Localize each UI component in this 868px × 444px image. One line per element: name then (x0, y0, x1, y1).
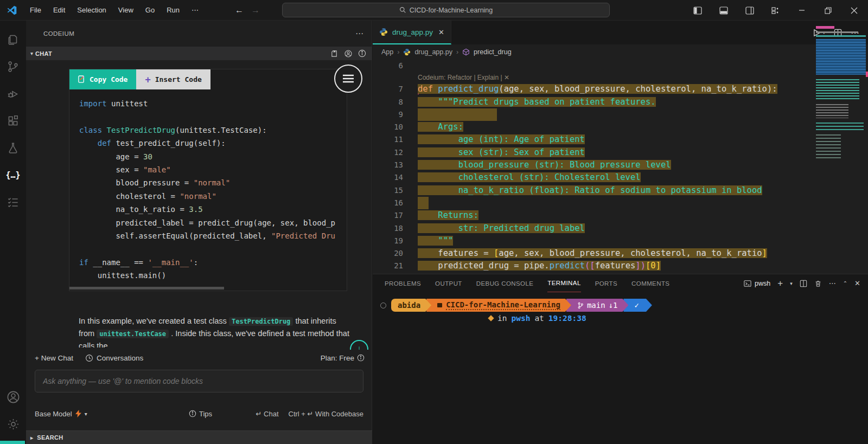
chat-code-lines[interactable]: import unittest class TestPredictDrug(un… (69, 89, 347, 286)
python-file-icon (403, 48, 411, 56)
code-line[interactable]: 10 Args: (373, 121, 868, 133)
line-number: 11 (373, 133, 403, 146)
terminal-content[interactable]: abida CICD-for-Machine-Learning main ↓1 … (373, 292, 868, 323)
breadcrumb-symbol[interactable]: predict_drug (474, 48, 512, 56)
code-line[interactable]: 13 blood_pressure (str): Blood pressure … (373, 159, 868, 171)
terminal-instance-pwsh[interactable]: pwsh (744, 280, 770, 287)
panel-tab-comments[interactable]: COMMENTS (631, 274, 669, 292)
code-line[interactable]: 20 features = [age, sex, blood_pressure,… (373, 247, 868, 260)
nav-back-icon[interactable]: ← (235, 5, 244, 15)
explorer-icon[interactable] (0, 26, 26, 53)
toggle-secondary-sidebar-icon[interactable] (739, 2, 761, 18)
line-number: 16 (373, 197, 403, 209)
code-block-hscrollbar[interactable] (69, 286, 347, 291)
search-icon (399, 7, 406, 14)
chat-code-line: na_to_k_ratio = 3.5 (79, 203, 347, 216)
chat-code-line: import unittest (79, 97, 347, 110)
sidebar-more-icon[interactable]: ⋯ (355, 29, 364, 38)
todo-checklist-icon[interactable] (0, 189, 26, 216)
terminal-dropdown-icon[interactable]: ▾ (790, 281, 793, 286)
code-line[interactable]: 18 str: Predicted drug label (373, 222, 868, 235)
line-number: 14 (373, 171, 403, 184)
toggle-panel-icon[interactable] (713, 2, 735, 18)
export-chat-icon[interactable] (330, 49, 339, 57)
activity-bar: {…} (0, 21, 26, 444)
menu-selection[interactable]: Selection (72, 4, 111, 16)
nav-forward-icon[interactable]: → (251, 5, 260, 15)
run-debug-icon[interactable] (0, 80, 26, 107)
menu-edit[interactable]: Edit (48, 4, 70, 16)
restore-icon[interactable] (817, 2, 839, 18)
plan-info-icon[interactable] (357, 354, 365, 362)
breadcrumb-file[interactable]: drug_app.py (414, 48, 452, 56)
close-panel-icon[interactable]: ✕ (854, 279, 860, 287)
chat-menu-button[interactable] (334, 65, 362, 93)
code-line[interactable]: 7def predict_drug(age, sex, blood_pressu… (373, 83, 868, 95)
menu-overflow[interactable]: ⋯ (187, 4, 203, 16)
testing-icon[interactable] (0, 134, 26, 162)
menu-view[interactable]: View (113, 4, 138, 16)
sidebar-title: CODEIUM (43, 30, 74, 37)
code-line[interactable]: 19 """ (373, 235, 868, 247)
line-number: 10 (373, 121, 403, 133)
menu-run[interactable]: Run (162, 4, 184, 16)
code-line[interactable]: 9 (373, 108, 868, 121)
kill-terminal-icon[interactable] (814, 280, 822, 287)
search-text: CICD-for-Machine-Learning (410, 7, 493, 14)
conversations-button[interactable]: Conversations (85, 354, 143, 362)
editor-code[interactable]: 6Codeium: Refactor | Explain | ✕7def pre… (373, 60, 868, 274)
search-section-header[interactable]: ▸ SEARCH (26, 430, 372, 444)
code-line[interactable]: 21 predicted_drug = pipe.predict([featur… (373, 260, 868, 272)
menu-file[interactable]: File (25, 4, 46, 16)
maximize-panel-icon[interactable]: ⌃ (843, 280, 847, 286)
info-icon[interactable] (358, 49, 366, 57)
codeium-icon[interactable]: {…} (0, 162, 26, 189)
account-icon[interactable] (0, 383, 26, 410)
panel-tab-terminal[interactable]: TERMINAL (547, 274, 580, 292)
split-terminal-icon[interactable] (800, 280, 807, 287)
minimize-icon[interactable] (791, 2, 813, 18)
panel-tab-problems[interactable]: PROBLEMS (385, 274, 421, 292)
new-chat-button[interactable]: + New Chat (35, 354, 73, 362)
code-line[interactable]: 14 cholesterol (str): Cholesterol level (373, 171, 868, 184)
chat-send-hint[interactable]: ↵ Chat (256, 410, 279, 418)
breadcrumb[interactable]: App › drug_app.py › predict_drug (373, 44, 868, 60)
scroll-to-bottom-button[interactable]: ↓ (350, 340, 368, 350)
chat-input-field[interactable] (43, 377, 355, 385)
codebase-send-hint[interactable]: Ctrl + ↵ With Codebase (289, 410, 363, 418)
code-line[interactable]: 16 (373, 197, 868, 209)
panel-tab-debug-console[interactable]: DEBUG CONSOLE (476, 274, 534, 292)
line-number: 7 (373, 83, 403, 95)
new-terminal-icon[interactable]: + (777, 278, 783, 289)
tab-close-icon[interactable]: ✕ (438, 28, 444, 36)
code-line[interactable]: 11 age (int): Age of patient (373, 133, 868, 146)
code-line[interactable]: 15 na_to_k_ratio (float): Ratio of sodiu… (373, 184, 868, 197)
copy-code-button[interactable]: Copy Code (69, 69, 136, 89)
panel-tab-output[interactable]: OUTPUT (435, 274, 462, 292)
insert-code-button[interactable]: + Insert Code (136, 69, 210, 89)
command-center-search[interactable]: CICD-for-Machine-Learning (282, 3, 610, 17)
tips-button[interactable]: Tips (189, 410, 212, 418)
menu-go[interactable]: Go (141, 4, 159, 16)
toggle-sidebar-icon[interactable] (687, 2, 709, 18)
tab-drug-app[interactable]: drug_app.py ✕ (373, 21, 451, 44)
code-line[interactable]: 17 Returns: (373, 209, 868, 222)
chat-account-icon[interactable] (344, 49, 353, 58)
extensions-icon[interactable] (0, 107, 26, 134)
model-selector[interactable]: Base Model ▾ (35, 410, 87, 418)
source-control-icon[interactable] (0, 53, 26, 80)
customize-layout-icon[interactable] (765, 2, 787, 18)
chat-code-line: if __name__ == '__main__': (79, 256, 347, 269)
code-line[interactable]: 6 (373, 60, 868, 72)
codelens[interactable]: Codeium: Refactor | Explain | ✕ (373, 72, 868, 83)
close-window-icon[interactable] (843, 2, 865, 18)
panel-tab-ports[interactable]: PORTS (595, 274, 617, 292)
chat-section-header[interactable]: ▾ CHAT (26, 47, 372, 60)
minimap[interactable] (813, 22, 867, 228)
panel-more-icon[interactable]: ⋯ (829, 279, 836, 287)
code-line[interactable]: 8 """Predict drugs based on patient feat… (373, 96, 868, 108)
breadcrumb-root[interactable]: App (381, 48, 393, 56)
code-line[interactable]: 12 sex (str): Sex of patient (373, 146, 868, 159)
settings-gear-icon[interactable] (0, 410, 26, 437)
chat-input-box[interactable] (35, 370, 363, 392)
